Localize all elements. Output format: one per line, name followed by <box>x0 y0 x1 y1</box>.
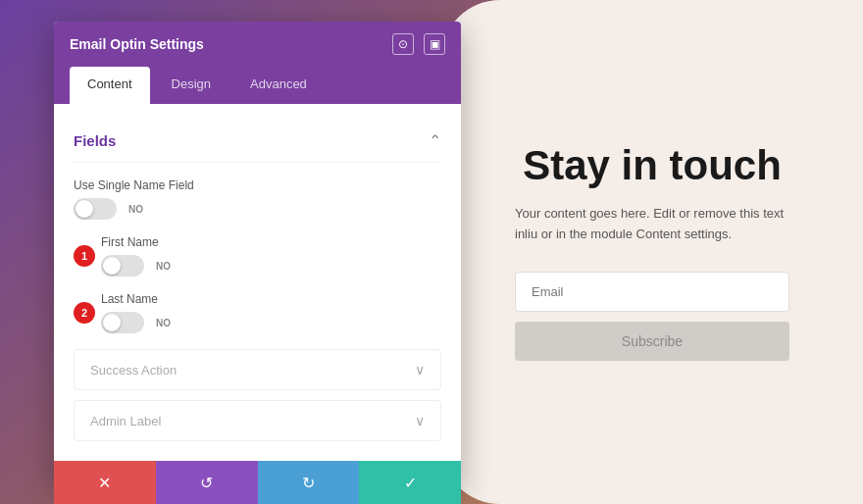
confirm-button[interactable]: ✓ <box>359 461 461 504</box>
fields-collapse-icon[interactable]: ⌃ <box>429 131 441 150</box>
single-name-toggle-wrapper: NO <box>74 198 441 220</box>
last-name-field-row: 2 Last Name NO <box>74 292 441 333</box>
last-name-toggle-wrapper: NO <box>101 312 441 333</box>
settings-panel: Email Optin Settings ⊙ ▣ Content Design … <box>54 22 461 486</box>
tab-advanced[interactable]: Advanced <box>232 67 325 104</box>
content-area: Fields ⌃ Use Single Name Field NO 1 Firs… <box>54 104 461 486</box>
single-name-label: Use Single Name Field <box>74 178 441 192</box>
single-name-toggle[interactable] <box>74 198 117 220</box>
success-action-label: Success Action <box>90 363 177 378</box>
first-name-toggle-label: NO <box>156 261 171 272</box>
first-name-toggle-wrapper: NO <box>101 255 441 277</box>
first-name-badge: 1 <box>74 245 95 267</box>
panel-title: Email Optin Settings <box>70 36 204 52</box>
layout-icon[interactable]: ▣ <box>424 33 445 55</box>
bottom-toolbar: ✕ ↺ ↻ ✓ <box>54 461 461 504</box>
toggle-knob <box>76 200 93 218</box>
success-action-dropdown[interactable]: Success Action ∨ <box>74 349 441 390</box>
first-name-toggle[interactable] <box>101 255 144 277</box>
first-name-toggle-knob <box>103 257 121 275</box>
single-name-toggle-label: NO <box>128 204 143 215</box>
right-panel-description: Your content goes here. Edit or remove t… <box>515 204 789 245</box>
admin-label-chevron-icon: ∨ <box>415 413 425 428</box>
last-name-toggle-knob <box>103 314 121 331</box>
success-action-chevron-icon: ∨ <box>415 362 425 378</box>
fields-section-title: Fields <box>74 132 116 149</box>
last-name-toggle-label: NO <box>156 318 171 328</box>
title-bar-icons: ⊙ ▣ <box>392 33 445 55</box>
subscribe-button[interactable]: Subscribe <box>515 322 789 361</box>
single-name-field-row: Use Single Name Field NO <box>74 178 441 220</box>
admin-label-dropdown[interactable]: Admin Label ∨ <box>74 400 441 441</box>
email-input[interactable] <box>515 272 789 312</box>
fields-section-header: Fields ⌃ <box>74 120 441 163</box>
cancel-button[interactable]: ✕ <box>54 461 156 504</box>
last-name-toggle[interactable] <box>101 312 144 333</box>
first-name-field-row: 1 First Name NO <box>74 235 441 277</box>
settings-icon[interactable]: ⊙ <box>392 33 414 55</box>
redo-button[interactable]: ↻ <box>258 461 360 504</box>
first-name-content: First Name NO <box>101 235 441 277</box>
last-name-label: Last Name <box>101 292 441 306</box>
tab-design[interactable]: Design <box>154 67 228 104</box>
tab-content[interactable]: Content <box>70 67 150 104</box>
first-name-label: First Name <box>101 235 441 249</box>
right-panel-heading: Stay in touch <box>523 143 782 188</box>
last-name-badge: 2 <box>74 302 95 324</box>
last-name-content: Last Name NO <box>101 292 441 333</box>
title-bar: Email Optin Settings ⊙ ▣ <box>54 22 461 67</box>
admin-label-label: Admin Label <box>90 414 161 428</box>
undo-button[interactable]: ↺ <box>156 461 258 504</box>
right-panel: Stay in touch Your content goes here. Ed… <box>441 0 863 504</box>
tabs-bar: Content Design Advanced <box>54 67 461 104</box>
